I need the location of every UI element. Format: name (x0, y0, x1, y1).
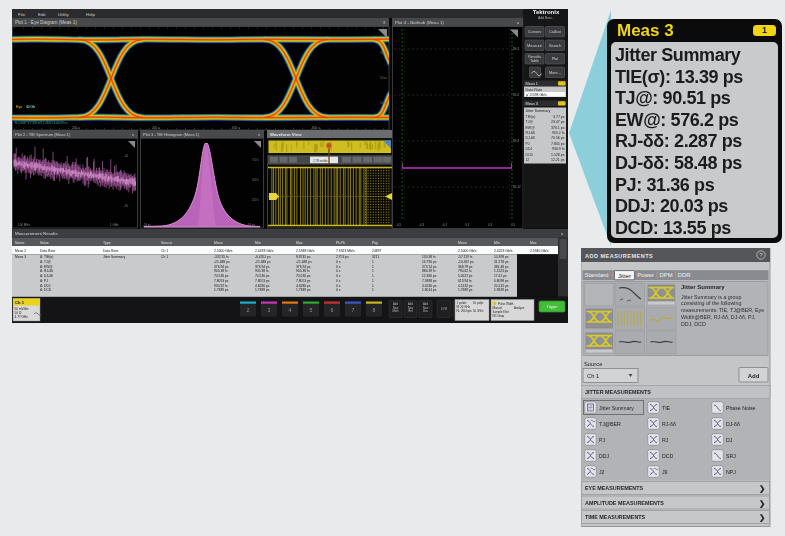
svg-text:NPJ: NPJ (726, 469, 736, 475)
svg-text:930.92 fs: 930.92 fs (214, 284, 228, 288)
svg-text:Mean: Mean (214, 241, 223, 245)
svg-text:1E-12: 1E-12 (513, 185, 521, 189)
svg-text:905.38 fs: 905.38 fs (214, 269, 228, 273)
svg-text:ADD MEASUREMENTS: ADD MEASUREMENTS (585, 252, 653, 258)
svg-text:613.94 fs: 613.94 fs (458, 279, 472, 283)
svg-text:Ch 1: Ch 1 (587, 373, 599, 379)
svg-text:1E-6: 1E-6 (513, 93, 519, 97)
svg-text:TIME MEASUREMENTS: TIME MEASUREMENTS (585, 514, 646, 520)
svg-text:7.8053 ps: 7.8053 ps (214, 279, 229, 283)
svg-text:J2: J2 (526, 158, 530, 162)
svg-text:1: 1 (372, 288, 374, 292)
svg-text:-21.488 ps: -21.488 ps (296, 260, 312, 264)
svg-text:Tektronix: Tektronix (533, 9, 560, 15)
svg-text:1 GHz: 1 GHz (110, 223, 119, 227)
svg-text:44.321 fs: 44.321 fs (530, 288, 544, 292)
svg-text:100 MHz: 100 MHz (18, 223, 31, 227)
svg-text:905.2 fs: 905.2 fs (552, 131, 565, 135)
svg-text:2.753 ps: 2.753 ps (336, 255, 349, 259)
svg-text:5: 5 (310, 307, 313, 313)
svg-text:2.5938 Gb/s: 2.5938 Gb/s (296, 249, 315, 253)
svg-text:1.78 ns/div: 1.78 ns/div (313, 159, 328, 163)
svg-text:Source: Source (161, 241, 172, 245)
svg-text:54 ps: 54 ps (248, 223, 255, 227)
svg-text:Type: Type (103, 241, 111, 245)
svg-text:Help: Help (86, 12, 96, 17)
svg-text:1.7389 ps: 1.7389 ps (296, 288, 311, 292)
svg-text:EW@: EW@ (526, 126, 536, 130)
svg-text:-0.5: -0.5 (396, 223, 402, 227)
svg-text:-0.1: -0.1 (442, 223, 448, 227)
svg-text:Waveform View: Waveform View (270, 132, 302, 137)
svg-text:2.5000 Gb/s: 2.5000 Gb/s (214, 249, 233, 253)
svg-text:4.6246 ps: 4.6246 ps (422, 284, 437, 288)
svg-text:1.8014 ps: 1.8014 ps (422, 288, 437, 292)
svg-text:3: 3 (268, 307, 271, 313)
svg-text:RL 250 kpts: RL 250 kpts (457, 309, 473, 313)
svg-text:4.6280 ps: 4.6280 ps (255, 284, 270, 288)
svg-text:7.8053 ps: 7.8053 ps (255, 279, 270, 283)
svg-text:Meas 3: Meas 3 (15, 255, 26, 259)
svg-text:Plot 2 - TIE Spectrum (Meas 1): Plot 2 - TIE Spectrum (Meas 1) (15, 132, 71, 137)
svg-text:800 u: 800 u (312, 126, 320, 130)
svg-text:DCD: DCD (662, 453, 673, 459)
svg-text:0 s: 0 s (336, 265, 341, 269)
svg-text:1.5818 ps: 1.5818 ps (530, 274, 545, 278)
svg-text:Math: Math (392, 309, 399, 313)
svg-text:70.536 ps: 70.536 ps (296, 274, 311, 278)
svg-text:4.6280 ps: 4.6280 ps (296, 284, 311, 288)
svg-text:1: 1 (372, 284, 374, 288)
svg-text:J2: J2 (599, 469, 605, 475)
svg-text:1: 1 (372, 269, 374, 273)
svg-text:750 k: 750 k (252, 158, 259, 162)
svg-text:DDJ, DCD: DDJ, DCD (681, 320, 706, 326)
svg-text:905.38 fs: 905.38 fs (255, 269, 269, 273)
svg-text:Δ: DCD: Δ: DCD (40, 288, 52, 292)
svg-text:884.39 fs: 884.39 fs (422, 269, 436, 273)
svg-text:Trigger: Trigger (547, 305, 558, 309)
svg-text:DDR: DDR (678, 272, 691, 278)
svg-text:0 s: 0 s (336, 288, 341, 292)
svg-text:7.8053 ps: 7.8053 ps (296, 279, 311, 283)
svg-text:400 u: 400 u (152, 126, 160, 130)
svg-text:7: 7 (352, 307, 355, 313)
svg-text:❯: ❯ (759, 513, 765, 523)
svg-text:10.398 ps: 10.398 ps (494, 255, 509, 259)
svg-text:1 ps/div: 1 ps/div (457, 301, 468, 305)
svg-text:250 k: 250 k (252, 198, 259, 202)
svg-text:1E-9: 1E-9 (513, 139, 519, 143)
svg-text:Δ: PJ: Δ: PJ (40, 279, 48, 283)
svg-text:1.9639 ps: 1.9639 ps (494, 288, 509, 292)
svg-text:Δ: TIE(σ): Δ: TIE(σ) (40, 255, 53, 259)
svg-text:Pop: Pop (372, 241, 378, 245)
svg-text:Jitter Summary: Jitter Summary (681, 284, 725, 290)
svg-text:-54 ps: -54 ps (143, 223, 151, 227)
svg-text:2.4223 Gb/s: 2.4223 Gb/s (494, 249, 513, 253)
svg-text:376.1 ps: 376.1 ps (551, 126, 565, 130)
svg-text:130.38 fs: 130.38 fs (422, 255, 436, 259)
svg-text:DJ-δδ: DJ-δδ (726, 421, 740, 427)
svg-text:Max: Max (530, 241, 537, 245)
svg-text:Utility: Utility (58, 12, 70, 17)
svg-text:Table: Table (530, 59, 539, 63)
svg-text:50 m: 50 m (380, 101, 387, 105)
svg-text:Plot 3 - TIE Histogram (Meas 1: Plot 3 - TIE Histogram (Meas 1) (143, 132, 200, 137)
svg-text:Callout: Callout (549, 30, 562, 34)
svg-text:2.4478 Gb/s: 2.4478 Gb/s (255, 249, 274, 253)
svg-text:Jitter Summary: Jitter Summary (599, 405, 634, 411)
svg-text:0.5: 0.5 (511, 223, 516, 227)
svg-text:Bus: Bus (423, 309, 428, 313)
svg-text:Phase Noise: Phase Noise (726, 405, 756, 411)
svg-text:x: x (132, 132, 134, 137)
svg-text:5.0527 ps: 5.0527 ps (458, 274, 473, 278)
svg-text:M 0.0847 V 7.958 mV 1.43051: M 0.0847 V 7.958 mV 1.43051 4.00078 ns (15, 121, 68, 125)
svg-text:Pk-Pk: Pk-Pk (336, 241, 346, 245)
svg-text:Jitter Summary is a group: Jitter Summary is a group (681, 293, 741, 299)
svg-text:373.14 ps: 373.14 ps (422, 265, 437, 269)
svg-text:376.94 ps: 376.94 ps (214, 265, 229, 269)
svg-text:Cursors: Cursors (528, 30, 541, 34)
svg-text:3.4353 ps: 3.4353 ps (530, 260, 545, 264)
svg-text:IR 20 GHz: IR 20 GHz (457, 305, 471, 309)
svg-text:500 k: 500 k (252, 178, 259, 182)
svg-text:Measure: Measure (527, 44, 542, 48)
